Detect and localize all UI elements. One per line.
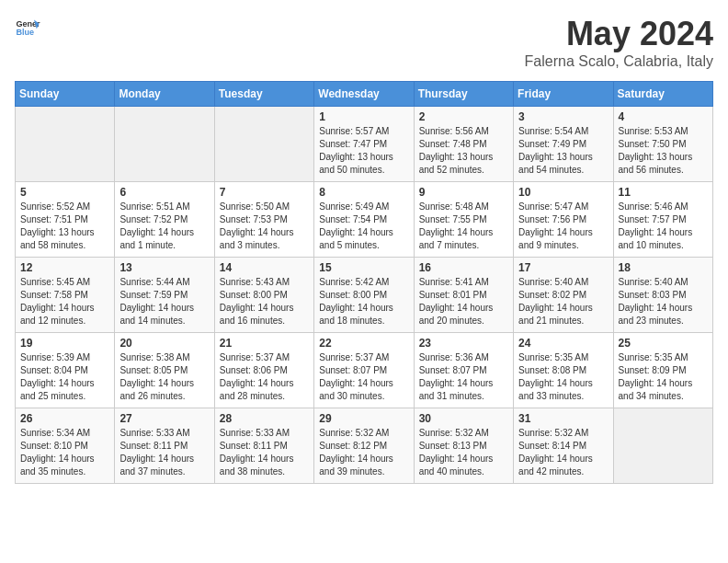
daylight-info: Daylight: 14 hours and 33 minutes. <box>518 378 593 401</box>
calendar-cell: 25 Sunrise: 5:35 AM Sunset: 8:09 PM Dayl… <box>613 333 712 408</box>
calendar-cell: 9 Sunrise: 5:48 AM Sunset: 7:55 PM Dayli… <box>414 182 513 258</box>
daylight-info: Daylight: 14 hours and 37 minutes. <box>119 454 194 477</box>
sunrise-info: Sunrise: 5:37 AM <box>319 352 389 362</box>
day-number: 21 <box>220 337 309 350</box>
sunrise-info: Sunrise: 5:32 AM <box>419 428 489 438</box>
day-number: 30 <box>419 412 508 425</box>
calendar-cell: 20 Sunrise: 5:38 AM Sunset: 8:05 PM Dayl… <box>115 333 214 408</box>
calendar-table: SundayMondayTuesdayWednesdayThursdayFrid… <box>15 81 713 484</box>
daylight-info: Daylight: 13 hours and 54 minutes. <box>518 152 593 175</box>
sunrise-info: Sunrise: 5:39 AM <box>20 352 90 362</box>
calendar-cell: 18 Sunrise: 5:40 AM Sunset: 8:03 PM Dayl… <box>613 258 712 333</box>
sunrise-info: Sunrise: 5:47 AM <box>518 201 588 212</box>
sunrise-info: Sunrise: 5:34 AM <box>20 428 90 438</box>
sunset-info: Sunset: 8:01 PM <box>419 290 487 300</box>
header-day-friday: Friday <box>514 82 613 107</box>
sunrise-info: Sunrise: 5:36 AM <box>419 352 489 362</box>
sunset-info: Sunset: 8:00 PM <box>220 290 288 300</box>
daylight-info: Daylight: 14 hours and 14 minutes. <box>119 303 194 326</box>
calendar-cell: 1 Sunrise: 5:57 AM Sunset: 7:47 PM Dayli… <box>314 107 414 182</box>
sunset-info: Sunset: 7:47 PM <box>319 139 387 149</box>
calendar-cell: 2 Sunrise: 5:56 AM Sunset: 7:48 PM Dayli… <box>414 107 513 182</box>
sunrise-info: Sunrise: 5:46 AM <box>619 201 688 212</box>
calendar-cell: 22 Sunrise: 5:37 AM Sunset: 8:07 PM Dayl… <box>314 333 414 408</box>
sunset-info: Sunset: 8:09 PM <box>619 365 687 375</box>
sunrise-info: Sunrise: 5:35 AM <box>518 352 588 362</box>
calendar-cell <box>115 107 214 182</box>
sunset-info: Sunset: 8:11 PM <box>119 441 188 451</box>
sunset-info: Sunset: 8:07 PM <box>319 365 387 375</box>
header-day-tuesday: Tuesday <box>214 82 313 107</box>
daylight-info: Daylight: 14 hours and 38 minutes. <box>220 454 294 477</box>
sunrise-info: Sunrise: 5:33 AM <box>119 428 189 438</box>
sunrise-info: Sunrise: 5:41 AM <box>419 277 489 287</box>
sunrise-info: Sunrise: 5:54 AM <box>518 126 588 136</box>
calendar-week-5: 26 Sunrise: 5:34 AM Sunset: 8:10 PM Dayl… <box>16 408 713 484</box>
day-number: 28 <box>220 412 309 425</box>
daylight-info: Daylight: 13 hours and 52 minutes. <box>419 152 494 175</box>
day-number: 10 <box>518 186 608 199</box>
calendar-cell: 13 Sunrise: 5:44 AM Sunset: 7:59 PM Dayl… <box>115 258 214 333</box>
daylight-info: Daylight: 14 hours and 16 minutes. <box>220 303 294 326</box>
calendar-cell: 6 Sunrise: 5:51 AM Sunset: 7:52 PM Dayli… <box>115 182 214 258</box>
daylight-info: Daylight: 14 hours and 3 minutes. <box>220 227 294 250</box>
header-day-saturday: Saturday <box>613 82 712 107</box>
sunrise-info: Sunrise: 5:44 AM <box>119 277 189 287</box>
sunrise-info: Sunrise: 5:43 AM <box>220 277 290 287</box>
day-number: 12 <box>20 261 109 274</box>
header-day-thursday: Thursday <box>414 82 513 107</box>
day-number: 8 <box>319 186 408 199</box>
calendar-week-1: 1 Sunrise: 5:57 AM Sunset: 7:47 PM Dayli… <box>16 107 713 182</box>
daylight-info: Daylight: 14 hours and 9 minutes. <box>518 227 593 250</box>
header-day-monday: Monday <box>115 82 214 107</box>
calendar-cell: 29 Sunrise: 5:32 AM Sunset: 8:12 PM Dayl… <box>314 408 414 484</box>
day-number: 4 <box>619 110 708 123</box>
day-number: 23 <box>419 337 508 350</box>
day-number: 18 <box>619 261 708 274</box>
calendar-cell: 12 Sunrise: 5:45 AM Sunset: 7:58 PM Dayl… <box>16 258 115 333</box>
calendar-week-2: 5 Sunrise: 5:52 AM Sunset: 7:51 PM Dayli… <box>16 182 713 258</box>
calendar-body: 1 Sunrise: 5:57 AM Sunset: 7:47 PM Dayli… <box>16 107 713 484</box>
sunset-info: Sunset: 7:53 PM <box>220 214 288 224</box>
calendar-cell <box>16 107 115 182</box>
daylight-info: Daylight: 14 hours and 28 minutes. <box>220 378 294 401</box>
header-day-wednesday: Wednesday <box>314 82 414 107</box>
sunrise-info: Sunrise: 5:40 AM <box>619 277 688 287</box>
calendar-cell: 21 Sunrise: 5:37 AM Sunset: 8:06 PM Dayl… <box>214 333 313 408</box>
sunset-info: Sunset: 8:05 PM <box>119 365 188 375</box>
day-number: 11 <box>619 186 708 199</box>
day-number: 17 <box>518 261 608 274</box>
day-number: 20 <box>119 337 209 350</box>
calendar-cell: 27 Sunrise: 5:33 AM Sunset: 8:11 PM Dayl… <box>115 408 214 484</box>
calendar-cell: 3 Sunrise: 5:54 AM Sunset: 7:49 PM Dayli… <box>514 107 613 182</box>
day-number: 26 <box>20 412 109 425</box>
calendar-cell: 19 Sunrise: 5:39 AM Sunset: 8:04 PM Dayl… <box>16 333 115 408</box>
daylight-info: Daylight: 14 hours and 23 minutes. <box>619 303 693 326</box>
sunrise-info: Sunrise: 5:45 AM <box>20 277 90 287</box>
day-number: 7 <box>220 186 309 199</box>
sunset-info: Sunset: 8:14 PM <box>518 441 586 451</box>
daylight-info: Daylight: 14 hours and 39 minutes. <box>319 454 393 477</box>
calendar-cell: 15 Sunrise: 5:42 AM Sunset: 8:00 PM Dayl… <box>314 258 414 333</box>
sunrise-info: Sunrise: 5:57 AM <box>319 126 389 136</box>
sunset-info: Sunset: 7:59 PM <box>119 290 188 300</box>
calendar-cell: 30 Sunrise: 5:32 AM Sunset: 8:13 PM Dayl… <box>414 408 513 484</box>
daylight-info: Daylight: 13 hours and 50 minutes. <box>319 152 393 175</box>
sunset-info: Sunset: 7:52 PM <box>119 214 188 224</box>
header-day-sunday: Sunday <box>16 82 115 107</box>
day-number: 15 <box>319 261 408 274</box>
sunset-info: Sunset: 7:50 PM <box>619 139 687 149</box>
calendar-cell: 16 Sunrise: 5:41 AM Sunset: 8:01 PM Dayl… <box>414 258 513 333</box>
day-number: 5 <box>20 186 109 199</box>
sunrise-info: Sunrise: 5:33 AM <box>220 428 290 438</box>
day-number: 25 <box>619 337 708 350</box>
sunset-info: Sunset: 7:58 PM <box>20 290 88 300</box>
sunset-info: Sunset: 8:11 PM <box>220 441 288 451</box>
calendar-cell: 8 Sunrise: 5:49 AM Sunset: 7:54 PM Dayli… <box>314 182 414 258</box>
sunset-info: Sunset: 8:13 PM <box>419 441 487 451</box>
logo-icon: General Blue <box>15 15 40 40</box>
daylight-info: Daylight: 14 hours and 40 minutes. <box>419 454 494 477</box>
sunset-info: Sunset: 8:10 PM <box>20 441 88 451</box>
day-number: 2 <box>419 110 508 123</box>
daylight-info: Daylight: 14 hours and 12 minutes. <box>20 303 95 326</box>
